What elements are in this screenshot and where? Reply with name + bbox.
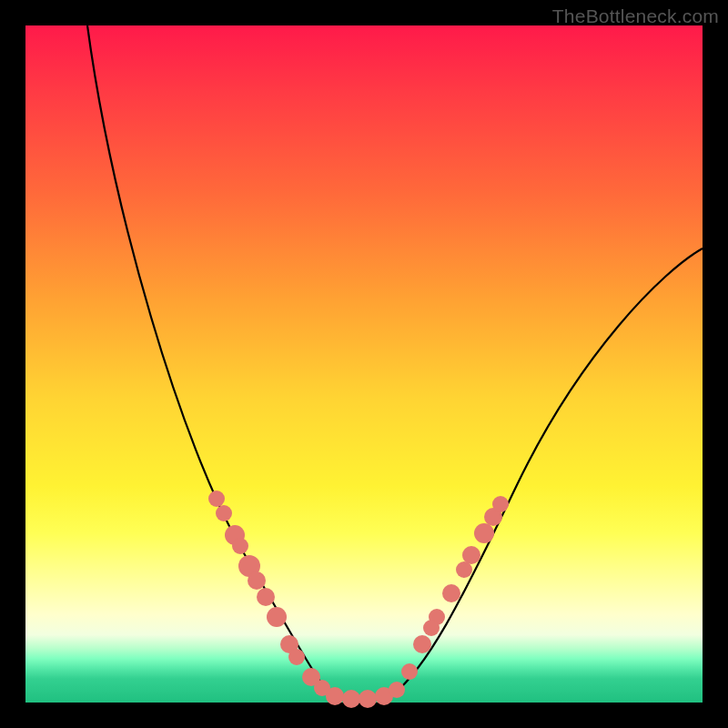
curve-right-curve: [362, 248, 703, 699]
data-point: [442, 584, 460, 602]
data-point: [342, 690, 360, 708]
data-point: [401, 663, 418, 680]
watermark-text: TheBottleneck.com: [552, 5, 719, 27]
data-point: [232, 538, 248, 554]
curve-group: [87, 25, 703, 699]
data-point: [462, 546, 480, 564]
chart-frame: TheBottleneck.com: [0, 0, 728, 728]
data-point: [267, 607, 287, 627]
data-point: [326, 687, 344, 705]
data-point: [423, 620, 440, 636]
data-point: [359, 690, 377, 708]
data-point: [492, 496, 509, 512]
data-point: [257, 588, 275, 606]
data-point: [208, 490, 225, 507]
data-point: [474, 523, 494, 543]
data-point: [413, 635, 431, 653]
data-point: [288, 649, 305, 665]
plot-area: [25, 25, 703, 703]
data-point: [248, 571, 266, 590]
marker-group: [208, 490, 509, 708]
chart-svg: [25, 25, 703, 703]
data-point: [216, 505, 232, 521]
curve-left-curve: [87, 25, 362, 699]
data-point: [389, 682, 405, 698]
